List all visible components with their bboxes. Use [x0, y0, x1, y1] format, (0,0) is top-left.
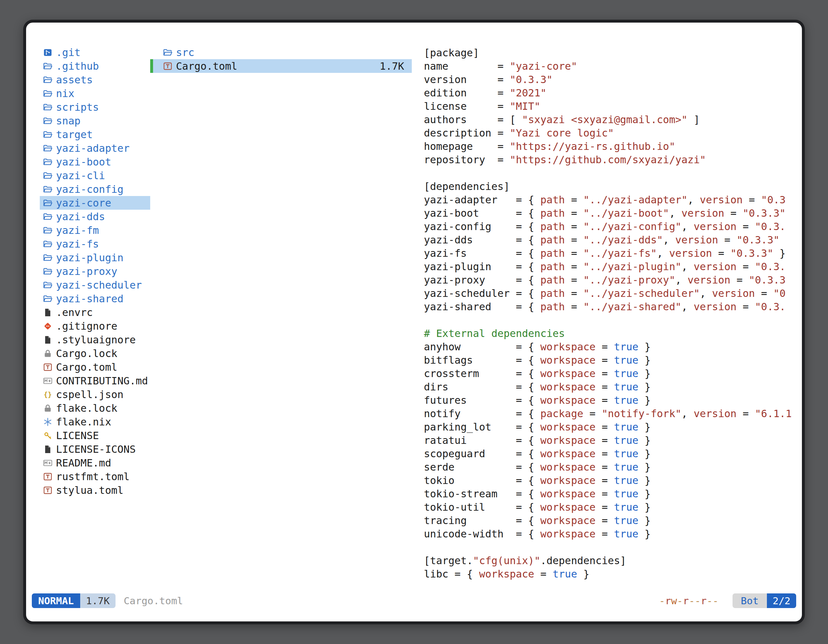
- scroll-position-label: Bot: [732, 594, 767, 608]
- folder-open-icon: [42, 197, 53, 209]
- preview-line: license = "MIT": [424, 100, 798, 113]
- parent-entry-yazi-adapter[interactable]: yazi-adapter: [40, 141, 150, 155]
- parent-entry-yazi-plugin[interactable]: yazi-plugin: [40, 251, 150, 265]
- parent-entry-rustfmt.toml[interactable]: rustfmt.toml: [40, 470, 150, 483]
- preview-line: scopeguard = { workspace = true }: [424, 447, 798, 461]
- preview-line: bitflags = { workspace = true }: [424, 354, 798, 367]
- folder-open-icon: [42, 170, 53, 181]
- parent-entry-Cargo.toml[interactable]: Cargo.toml: [40, 360, 150, 374]
- current-entry-Cargo.toml[interactable]: Cargo.toml1.7K: [150, 59, 412, 73]
- current-entry-src[interactable]: src: [150, 45, 412, 59]
- preview-line: libc = { workspace = true }: [424, 567, 798, 581]
- preview-line: tokio = { workspace = true }: [424, 474, 798, 487]
- folder-open-icon: [42, 102, 53, 113]
- folder-open-icon: [42, 60, 53, 72]
- parent-entry-nix[interactable]: nix: [40, 86, 150, 100]
- parent-entry-yazi-fm[interactable]: yazi-fm: [40, 223, 150, 237]
- parent-entry-yazi-core[interactable]: yazi-core: [40, 196, 150, 210]
- selection-marker: [150, 59, 153, 73]
- parent-entry-README.md[interactable]: README.md: [40, 456, 150, 470]
- folder-open-icon: [42, 225, 53, 236]
- parent-entry-cspell.json[interactable]: {}cspell.json: [40, 387, 150, 401]
- entry-name: assets: [56, 74, 93, 86]
- parent-entry-yazi-config[interactable]: yazi-config: [40, 182, 150, 196]
- preview-line: anyhow = { workspace = true }: [424, 340, 798, 354]
- preview-line: tokio-util = { workspace = true }: [424, 500, 798, 514]
- preview-line: yazi-boot = { path = "../yazi-boot", ver…: [424, 207, 798, 220]
- nix-icon: [42, 416, 53, 428]
- file-icon: [42, 443, 53, 455]
- entry-name: yazi-scheduler: [56, 279, 142, 291]
- parent-directory-pane[interactable]: .git.githubassetsnixscriptssnaptargetyaz…: [40, 45, 150, 497]
- parent-entry-CONTRIBUTING.md[interactable]: CONTRIBUTING.md: [40, 374, 150, 387]
- preview-line: [package]: [424, 46, 798, 60]
- preview-line: yazi-config = { path = "../yazi-config",…: [424, 220, 798, 233]
- preview-line: [dependencies]: [424, 180, 798, 193]
- parent-entry-flake.lock[interactable]: flake.lock: [40, 401, 150, 415]
- entry-name: Cargo.lock: [56, 348, 118, 360]
- preview-line: yazi-plugin = { path = "../yazi-plugin",…: [424, 260, 798, 273]
- parent-entry-snap[interactable]: snap: [40, 114, 150, 128]
- entry-name: LICENSE-ICONS: [56, 443, 136, 455]
- file-icon: [42, 334, 53, 346]
- parent-entry-scripts[interactable]: scripts: [40, 100, 150, 114]
- preview-line: dirs = { workspace = true }: [424, 380, 798, 393]
- parent-entry-.gitignore[interactable]: .gitignore: [40, 319, 150, 333]
- folder-open-icon: [42, 183, 53, 195]
- preview-line: yazi-scheduler = { path = "../yazi-sched…: [424, 287, 798, 300]
- file-position-badge: 2/2: [767, 594, 796, 608]
- folder-open-icon: [162, 47, 173, 58]
- parent-entry-.styluaignore[interactable]: .styluaignore: [40, 333, 150, 346]
- preview-line: [424, 166, 798, 180]
- parent-entry-yazi-proxy[interactable]: yazi-proxy: [40, 265, 150, 278]
- preview-line: yazi-proxy = { path = "../yazi-proxy", v…: [424, 273, 798, 287]
- parent-entry-stylua.toml[interactable]: stylua.toml: [40, 483, 150, 497]
- folder-open-icon: [42, 266, 53, 277]
- desktop-background: .git.githubassetsnixscriptssnaptargetyaz…: [0, 0, 828, 644]
- folder-open-icon: [42, 156, 53, 168]
- parent-entry-target[interactable]: target: [40, 128, 150, 141]
- parent-entry-.envrc[interactable]: .envrc: [40, 306, 150, 319]
- entry-name: yazi-boot: [56, 156, 111, 168]
- entry-name: .styluaignore: [56, 334, 136, 346]
- entry-size: 1.7K: [380, 60, 404, 72]
- file-preview-pane[interactable]: [package]name = "yazi-core"version = "0.…: [424, 46, 798, 581]
- entry-name: Cargo.toml: [56, 361, 118, 373]
- parent-entry-Cargo.lock[interactable]: Cargo.lock: [40, 346, 150, 360]
- mode-indicator: NORMAL: [32, 594, 80, 608]
- preview-line: [424, 541, 798, 554]
- markdown-icon: [42, 457, 53, 469]
- parent-entry-flake.nix[interactable]: flake.nix: [40, 415, 150, 429]
- parent-entry-.github[interactable]: .github: [40, 59, 150, 73]
- parent-entry-yazi-shared[interactable]: yazi-shared: [40, 292, 150, 306]
- parent-entry-yazi-cli[interactable]: yazi-cli: [40, 169, 150, 182]
- preview-line: edition = "2021": [424, 86, 798, 100]
- entry-name: scripts: [56, 101, 99, 113]
- preview-line: tracing = { workspace = true }: [424, 514, 798, 527]
- toml-icon: [42, 471, 53, 483]
- preview-line: repository = "https://github.com/sxyazi/…: [424, 153, 798, 166]
- parent-entry-LICENSE[interactable]: LICENSE: [40, 429, 150, 442]
- entry-name: .github: [56, 60, 99, 72]
- parent-entry-.git[interactable]: .git: [40, 45, 150, 59]
- preview-line: homepage = "https://yazi-rs.github.io": [424, 140, 798, 153]
- parent-entry-yazi-dds[interactable]: yazi-dds: [40, 210, 150, 223]
- preview-line: crossterm = { workspace = true }: [424, 367, 798, 380]
- entry-name: yazi-dds: [56, 211, 105, 223]
- entry-name: rustfmt.toml: [56, 471, 130, 483]
- markdown-icon: [42, 375, 53, 387]
- lock-icon: [42, 403, 53, 414]
- entry-name: cspell.json: [56, 389, 124, 401]
- parent-entry-yazi-scheduler[interactable]: yazi-scheduler: [40, 278, 150, 292]
- parent-entry-yazi-boot[interactable]: yazi-boot: [40, 155, 150, 169]
- current-directory-pane[interactable]: srcCargo.toml1.7K: [150, 45, 412, 73]
- folder-open-icon: [42, 115, 53, 127]
- folder-open-icon: [42, 279, 53, 291]
- folder-open-icon: [42, 74, 53, 86]
- parent-entry-LICENSE-ICONS[interactable]: LICENSE-ICONS: [40, 442, 150, 456]
- parent-entry-assets[interactable]: assets: [40, 73, 150, 86]
- preview-line: [target."cfg(unix)".dependencies]: [424, 554, 798, 567]
- git-ignore-icon: [42, 320, 53, 332]
- entry-name: flake.lock: [56, 402, 118, 414]
- parent-entry-yazi-fs[interactable]: yazi-fs: [40, 237, 150, 251]
